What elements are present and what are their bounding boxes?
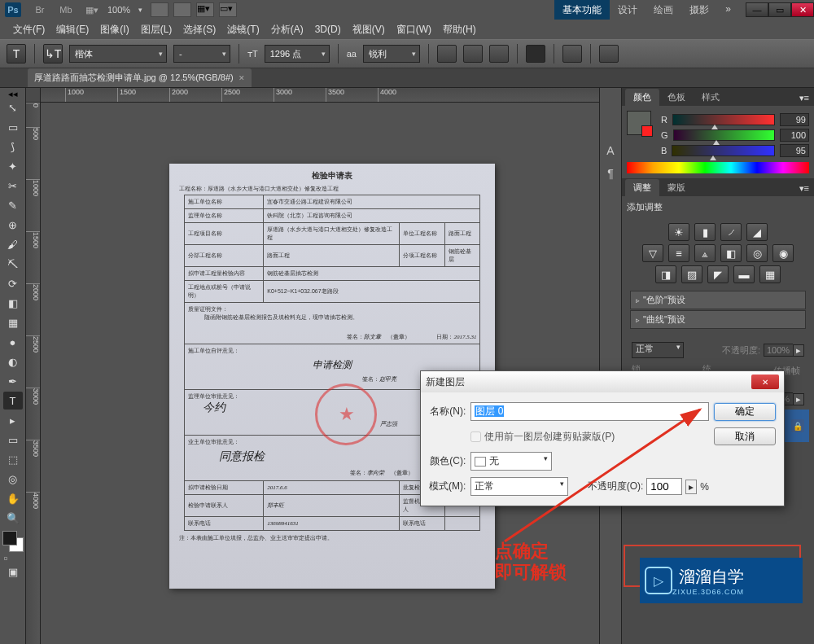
lasso-tool-icon[interactable]: ⟆ xyxy=(3,138,23,156)
blend-mode-select[interactable]: 正常 xyxy=(632,342,684,358)
workspace-tab-essentials[interactable]: 基本功能 xyxy=(554,0,610,20)
workspace-tab-design[interactable]: 设计 xyxy=(610,0,646,20)
adj-vibrance-icon[interactable]: ▽ xyxy=(642,244,663,262)
wand-tool-icon[interactable]: ✦ xyxy=(3,157,23,175)
color-spectrum[interactable] xyxy=(627,162,809,173)
dialog-close-button[interactable]: ✕ xyxy=(751,375,779,389)
cancel-button[interactable]: 取消 xyxy=(714,427,776,445)
slider-b[interactable] xyxy=(672,145,775,156)
preset-levels[interactable]: ▹"色阶"预设 xyxy=(630,291,806,309)
stamp-tool-icon[interactable]: ⛏ xyxy=(3,255,23,273)
panel-menu-icon[interactable]: ▾≡ xyxy=(794,181,814,196)
menu-file[interactable]: 文件(F) xyxy=(8,20,50,39)
align-right-icon[interactable] xyxy=(489,45,509,63)
zoom-caret-icon[interactable]: ▾ xyxy=(138,6,142,14)
font-style-select[interactable]: - xyxy=(173,45,230,63)
warp-text-icon[interactable] xyxy=(562,45,582,63)
menu-view[interactable]: 视图(V) xyxy=(348,20,390,39)
workspace-tab-photo[interactable]: 摄影 xyxy=(681,0,717,20)
mode-select[interactable]: 正常 xyxy=(470,477,568,496)
menu-layer[interactable]: 图层(L) xyxy=(136,20,177,39)
crop-tool-icon[interactable]: ✂ xyxy=(3,177,23,195)
bridge-icon[interactable]: Br xyxy=(33,2,47,17)
font-size-select[interactable]: 1296 点 xyxy=(265,45,330,63)
adj-mixer-icon[interactable]: ◉ xyxy=(772,244,794,262)
dlg-opacity-input[interactable] xyxy=(646,478,682,495)
menu-analysis[interactable]: 分析(A) xyxy=(266,20,309,39)
screen-history-icon[interactable]: ▦▾ xyxy=(85,2,99,17)
marquee-tool-icon[interactable]: ▭ xyxy=(3,118,23,136)
preset-curves[interactable]: ▹"曲线"预设 xyxy=(630,310,806,329)
zoom-tool-icon[interactable] xyxy=(173,2,191,17)
close-button[interactable]: ✕ xyxy=(791,2,814,17)
adj-hue-icon[interactable]: ≡ xyxy=(668,244,689,262)
document-tab-close-icon[interactable]: ✕ xyxy=(239,74,245,82)
screen-mode-icon[interactable]: ▭▾ xyxy=(219,2,237,17)
gradient-tool-icon[interactable]: ▦ xyxy=(3,313,23,331)
adj-levels-icon[interactable]: ▮ xyxy=(694,223,716,241)
document-tab[interactable]: 厚道路路面抽芯检测申请单.jpg @ 12.5%(RGB/8#) ✕ xyxy=(28,68,252,87)
menu-select[interactable]: 选择(S) xyxy=(178,20,221,39)
dodge-tool-icon[interactable]: ◐ xyxy=(3,353,23,370)
hand-grab-icon[interactable] xyxy=(151,2,168,17)
panel-tab-styles[interactable]: 样式 xyxy=(694,89,728,106)
menu-edit[interactable]: 编辑(E) xyxy=(51,20,94,39)
blur-tool-icon[interactable]: ● xyxy=(3,333,23,351)
type-tool-icon[interactable]: T xyxy=(3,392,23,410)
adj-photofilter-icon[interactable]: ◎ xyxy=(746,244,768,262)
adj-brightness-icon[interactable]: ☀ xyxy=(668,223,689,241)
menu-help[interactable]: 帮助(H) xyxy=(438,20,481,39)
workspace-more-icon[interactable]: » xyxy=(717,0,739,20)
menu-filter[interactable]: 滤镜(T) xyxy=(222,20,264,39)
slider-g[interactable] xyxy=(673,129,775,141)
value-r[interactable]: 99 xyxy=(780,113,809,126)
menu-3d[interactable]: 3D(D) xyxy=(310,21,346,37)
panel-bg-swatch[interactable] xyxy=(641,125,653,137)
tool-preset-icon[interactable]: T xyxy=(7,44,26,64)
opacity-input[interactable]: 100% xyxy=(764,344,793,357)
text-color-swatch[interactable] xyxy=(526,45,545,63)
foreground-color-swatch[interactable] xyxy=(2,531,17,545)
move-tool-icon[interactable]: ⤡ xyxy=(3,99,23,116)
adj-gradient-icon[interactable]: ▬ xyxy=(733,265,755,283)
path-select-tool-icon[interactable]: ▸ xyxy=(3,411,23,429)
eyedropper-tool-icon[interactable]: ✎ xyxy=(3,196,23,214)
shape-tool-icon[interactable]: ▭ xyxy=(3,431,23,449)
align-center-icon[interactable] xyxy=(463,45,483,63)
panel-tab-color[interactable]: 颜色 xyxy=(625,89,659,106)
minimize-button[interactable]: — xyxy=(746,2,768,17)
ruler-horizontal[interactable]: 1000 1500 2000 2500 3000 3500 4000 xyxy=(41,88,599,103)
name-input[interactable]: 图层 0 xyxy=(470,402,709,421)
ok-button[interactable]: 确定 xyxy=(714,403,776,421)
panel-tab-swatches[interactable]: 色板 xyxy=(659,89,694,106)
character-panel-icon[interactable] xyxy=(599,45,619,63)
align-left-icon[interactable] xyxy=(437,45,457,63)
fill-arrow-icon[interactable]: ▸ xyxy=(793,393,804,405)
text-orientation-icon[interactable]: ↳T xyxy=(43,44,63,64)
pen-tool-icon[interactable]: ✒ xyxy=(3,372,23,390)
color-swatches[interactable] xyxy=(2,531,24,552)
panel-tab-mask[interactable]: 蒙版 xyxy=(659,179,694,196)
workspace-tab-paint[interactable]: 绘画 xyxy=(646,0,681,20)
color-select[interactable]: 无 xyxy=(470,452,552,471)
adj-selective-icon[interactable]: ▦ xyxy=(759,265,781,283)
font-family-select[interactable]: 楷体 xyxy=(69,45,167,63)
adj-invert-icon[interactable]: ◨ xyxy=(655,265,676,283)
adj-bw-icon[interactable]: ◧ xyxy=(720,244,742,262)
quickmask-icon[interactable] xyxy=(4,557,7,560)
arrange-windows-icon[interactable]: ▦▾ xyxy=(196,2,214,17)
zoom-level[interactable]: 100% xyxy=(107,5,130,15)
heal-tool-icon[interactable]: ⊕ xyxy=(3,216,23,234)
adj-posterize-icon[interactable]: ▨ xyxy=(681,265,702,283)
adj-exposure-icon[interactable]: ◢ xyxy=(746,223,768,241)
ruler-vertical[interactable]: 0 500 1000 1500 2000 2500 3000 3500 4000 xyxy=(26,103,41,644)
maximize-button[interactable]: ▭ xyxy=(768,2,791,17)
history-brush-tool-icon[interactable]: ⟳ xyxy=(3,274,23,292)
opacity-arrow-icon[interactable]: ▸ xyxy=(685,480,697,494)
menu-image[interactable]: 图像(I) xyxy=(95,20,133,39)
value-g[interactable]: 100 xyxy=(780,129,809,142)
lock-icon[interactable]: 🔒 xyxy=(791,419,804,432)
value-b[interactable]: 95 xyxy=(780,144,809,157)
paragraph-dock-icon[interactable]: ¶ xyxy=(602,164,619,182)
menu-window[interactable]: 窗口(W) xyxy=(392,20,436,39)
